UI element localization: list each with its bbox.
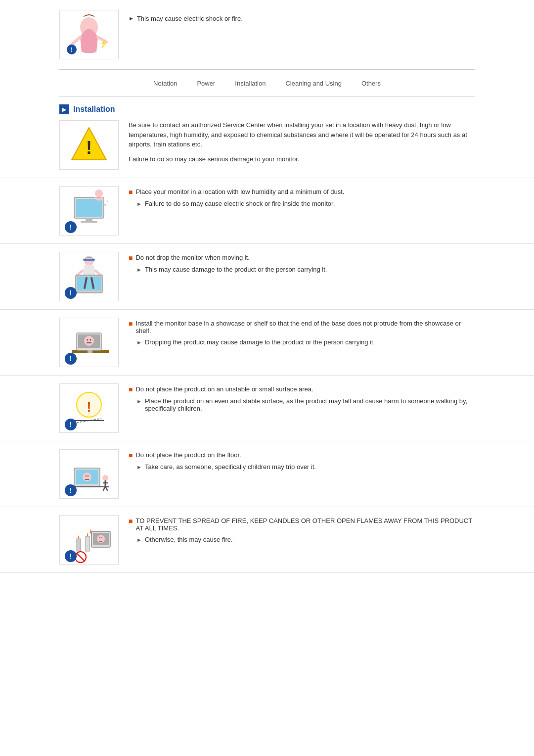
bullet-text-5: Do not place the product on the floor. <box>135 451 241 459</box>
svg-point-35 <box>90 339 91 340</box>
sub-arrow-3: ► <box>136 339 142 345</box>
svg-point-65 <box>101 537 102 538</box>
svg-line-2 <box>72 37 80 45</box>
bullet-text-6: TO PREVENT THE SPREAD OF FIRE, KEEP CAND… <box>135 517 475 532</box>
item2-svg: ! <box>62 253 116 300</box>
bullet-1: ■ Place your monitor in a location with … <box>129 188 475 196</box>
arrow-icon: ► <box>129 15 134 21</box>
svg-point-12 <box>95 189 103 197</box>
svg-rect-31 <box>88 350 92 353</box>
tab-installation[interactable]: Installation <box>235 80 266 87</box>
svg-point-15 <box>104 204 106 206</box>
warning-triangle-svg: ! <box>69 125 109 165</box>
item4-svg: ! ! <box>62 385 116 432</box>
bullet-icon-3: ■ <box>129 320 133 328</box>
section-header: ▶ Installation <box>0 96 534 120</box>
item-row-3: ! ■ Install the monitor base in a showca… <box>0 310 534 376</box>
sub-arrow-1: ► <box>136 201 142 207</box>
tab-notation[interactable]: Notation <box>153 80 177 87</box>
sub-arrow-2: ► <box>136 267 142 273</box>
warning-para2: Failure to do so may cause serious damag… <box>129 154 475 164</box>
svg-rect-11 <box>81 221 97 223</box>
section-icon: ▶ <box>59 104 69 114</box>
top-text-area: ► This may cause electric shock or fire. <box>129 10 243 25</box>
sub-4: ► Place the product on an even and stabl… <box>136 397 475 412</box>
bullet-2: ■ Do not drop the monitor when moving it… <box>129 254 475 262</box>
bullet-icon-2: ■ <box>129 254 133 262</box>
bullet-text-4: Do not place the product on an unstable … <box>135 385 313 393</box>
top-arrow-item: ► This may cause electric shock or fire. <box>129 15 243 22</box>
svg-line-67 <box>77 553 85 561</box>
top-description: This may cause electric shock or fire. <box>137 15 243 22</box>
svg-point-64 <box>99 537 100 538</box>
item-image-4: ! ! <box>59 383 119 433</box>
sub-5: ► Take care, as someone, specifically ch… <box>136 463 475 471</box>
top-section: ! ► This may cause electric shock or fir… <box>0 0 534 69</box>
nav-tabs: Notation Power Installation Cleaning and… <box>59 70 475 96</box>
tab-power[interactable]: Power <box>197 80 215 87</box>
svg-text:!: ! <box>70 223 72 231</box>
item-text-6: ■ TO PREVENT THE SPREAD OF FIRE, KEEP CA… <box>129 515 475 546</box>
svg-point-48 <box>86 475 87 476</box>
svg-point-16 <box>107 200 108 202</box>
svg-point-51 <box>102 475 108 481</box>
sub-text-1: Failure to do so may cause electric shoc… <box>145 200 335 207</box>
item-image-3: ! <box>59 318 119 367</box>
warning-intro-text: Be sure to contact an authorized Service… <box>129 120 475 170</box>
sub-arrow-5: ► <box>136 464 142 470</box>
bullet-5: ■ Do not place the product on the floor. <box>129 451 475 459</box>
svg-rect-23 <box>77 277 101 290</box>
bullet-icon-1: ■ <box>129 188 133 196</box>
svg-text:!: ! <box>70 486 72 494</box>
svg-point-46 <box>83 472 91 481</box>
svg-rect-10 <box>86 218 92 221</box>
tab-cleaning[interactable]: Cleaning and Using <box>285 80 341 87</box>
sub-text-3: Dropping the product may cause damage to… <box>145 338 375 346</box>
bullet-icon-4: ■ <box>129 385 133 393</box>
sub-6: ► Otherwise, this may cause fire. <box>136 536 475 543</box>
svg-rect-9 <box>76 199 102 217</box>
item5-svg: ! <box>62 451 116 498</box>
tab-others[interactable]: Others <box>361 80 381 87</box>
section-title: Installation <box>73 105 115 114</box>
bullet-6: ■ TO PREVENT THE SPREAD OF FIRE, KEEP CA… <box>129 517 475 532</box>
warning-para1: Be sure to contact an authorized Service… <box>129 120 475 149</box>
electric-shock-image: ! <box>59 10 119 59</box>
svg-text:!: ! <box>71 47 73 53</box>
sub-1: ► Failure to do so may cause electric sh… <box>136 200 475 207</box>
top-illustration-svg: ! <box>62 12 116 57</box>
sub-text-6: Otherwise, this may cause fire. <box>145 536 233 543</box>
svg-point-49 <box>88 475 89 476</box>
svg-point-34 <box>87 339 89 340</box>
sub-text-2: This may cause damage to the product or … <box>145 266 327 273</box>
bullet-3: ■ Install the monitor base in a showcase… <box>129 320 475 334</box>
svg-text:!: ! <box>70 552 72 560</box>
warning-intro-row: ! Be sure to contact an authorized Servi… <box>0 120 534 178</box>
item6-svg: ! <box>62 517 116 564</box>
svg-text:!: ! <box>70 421 72 428</box>
item-text-2: ■ Do not drop the monitor when moving it… <box>129 252 475 276</box>
item1-svg: ! <box>62 188 116 235</box>
item-image-1: ! <box>59 186 119 236</box>
bullet-icon-5: ■ <box>129 451 133 459</box>
item3-svg: ! <box>62 319 116 366</box>
svg-text:!: ! <box>87 399 91 415</box>
item-row-2: ! ■ Do not drop the monitor when moving … <box>0 244 534 310</box>
svg-rect-59 <box>86 536 89 551</box>
item-text-1: ■ Place your monitor in a location with … <box>129 186 475 210</box>
item-image-6: ! <box>59 515 119 565</box>
bullet-text-2: Do not drop the monitor when moving it. <box>135 254 250 261</box>
sub-2: ► This may cause damage to the product o… <box>136 266 475 273</box>
bullet-text-3: Install the monitor base in a showcase o… <box>135 320 475 334</box>
bullet-4: ■ Do not place the product on an unstabl… <box>129 385 475 393</box>
item-text-5: ■ Do not place the product on the floor.… <box>129 449 475 473</box>
sub-text-5: Take care, as someone, specifically chil… <box>145 463 316 471</box>
item-row-6: ! ■ TO PREVENT THE SPREAD OF FIRE, KEEP … <box>0 507 534 573</box>
svg-point-17 <box>103 199 104 200</box>
item-row-4: ! ! ■ Do not place the product on an uns… <box>0 376 534 441</box>
item-text-4: ■ Do not place the product on an unstabl… <box>129 383 475 415</box>
svg-point-32 <box>84 336 94 346</box>
item-row-5: ! ■ Do not place the product on the floo… <box>0 441 534 507</box>
item-image-2: ! <box>59 252 119 301</box>
svg-text:!: ! <box>70 289 72 297</box>
